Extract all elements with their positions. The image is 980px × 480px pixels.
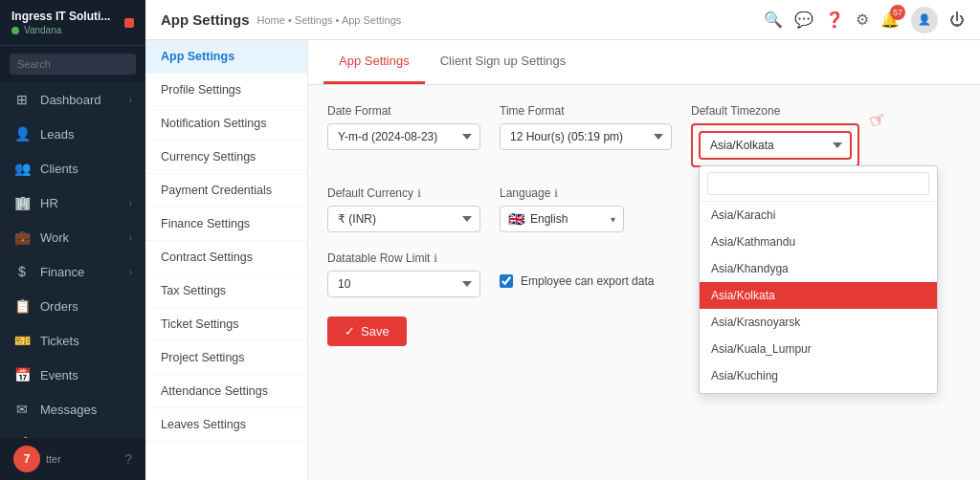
datatable-group: Datatable Row Limit ℹ 10 bbox=[327, 251, 480, 297]
settings-item-tax[interactable]: Tax Settings bbox=[145, 274, 307, 308]
notification-badge: 57 bbox=[890, 5, 905, 20]
datatable-label: Datatable Row Limit ℹ bbox=[327, 251, 480, 265]
currency-info-icon: ℹ bbox=[417, 187, 421, 200]
timezone-option-kolkata[interactable]: Asia/Kolkata bbox=[700, 282, 937, 309]
sidebar-item-dashboard[interactable]: ⊞ Dashboard › bbox=[0, 82, 145, 117]
sidebar-item-leads[interactable]: 👤 Leads bbox=[0, 117, 145, 151]
settings-item-leaves[interactable]: Leaves Settings bbox=[145, 408, 307, 442]
currency-label: Default Currency ℹ bbox=[327, 186, 480, 200]
notification-button[interactable]: 🔔 57 bbox=[880, 11, 900, 29]
settings-item-currency[interactable]: Currency Settings bbox=[145, 141, 307, 174]
currency-group: Default Currency ℹ ₹ (INR) bbox=[327, 186, 480, 232]
sidebar-item-label: HR bbox=[40, 196, 58, 210]
sidebar-item-label: Work bbox=[40, 230, 69, 245]
timezone-search-input[interactable] bbox=[707, 172, 929, 195]
sidebar-item-notice-board[interactable]: 📌 Notice Board bbox=[0, 426, 145, 438]
chat-icon[interactable]: 💬 bbox=[794, 11, 813, 29]
sidebar-item-events[interactable]: 📅 Events bbox=[0, 358, 145, 392]
timezone-option-karachi[interactable]: Asia/Karachi bbox=[700, 202, 937, 229]
time-format-group: Time Format 12 Hour(s) (05:19 pm) bbox=[500, 104, 672, 150]
settings-item-ticket[interactable]: Ticket Settings bbox=[145, 308, 307, 341]
timezone-select[interactable]: Asia/Kolkata bbox=[699, 131, 852, 160]
save-label: Save bbox=[361, 324, 390, 338]
search-icon[interactable]: 🔍 bbox=[764, 11, 783, 29]
panel-tabs: App Settings Client Sign up Settings bbox=[308, 40, 980, 85]
timezone-option-kuala-lumpur[interactable]: Asia/Kuala_Lumpur bbox=[700, 336, 937, 362]
export-checkbox[interactable] bbox=[500, 274, 513, 288]
topbar-right: 🔍 💬 ❓ ⚙ 🔔 57 👤 ⏻ bbox=[764, 7, 965, 33]
timezone-dropdown-wrap: Asia/Kolkata Asia/Karachi Asia/ bbox=[699, 131, 852, 160]
clients-icon: 👥 bbox=[13, 161, 31, 176]
sidebar-item-finance[interactable]: $ Finance › bbox=[0, 254, 145, 289]
power-icon[interactable]: ⏻ bbox=[949, 11, 965, 29]
flag-icon: 🇬🇧 bbox=[508, 211, 524, 227]
company-name: Ingress IT Soluti... bbox=[11, 10, 110, 23]
leads-icon: 👤 bbox=[13, 126, 31, 142]
settings-icon[interactable]: ⚙ bbox=[856, 11, 869, 29]
timezone-option-krasnoyarsk[interactable]: Asia/Krasnoyarsk bbox=[700, 309, 937, 336]
sidebar: Ingress IT Soluti... Vandana ⊞ Dashboard… bbox=[0, 0, 145, 480]
settings-item-contract[interactable]: Contract Settings bbox=[145, 241, 307, 274]
main-area: App Settings Home • Settings • App Setti… bbox=[145, 0, 980, 480]
help-icon[interactable]: ? bbox=[124, 451, 132, 467]
sidebar-item-label: Finance bbox=[40, 265, 84, 279]
page-title: App Settings bbox=[161, 11, 250, 28]
timezone-option-kuwait[interactable]: Asia/Kuwait bbox=[700, 389, 937, 393]
search-input[interactable] bbox=[10, 54, 136, 75]
sidebar-nav: ⊞ Dashboard › 👤 Leads 👥 Clients 🏢 HR › bbox=[0, 82, 145, 438]
sidebar-item-messages[interactable]: ✉ Messages bbox=[0, 392, 145, 426]
settings-item-notification[interactable]: Notification Settings bbox=[145, 107, 307, 141]
settings-item-project[interactable]: Project Settings bbox=[145, 341, 307, 375]
sidebar-item-tickets[interactable]: 🎫 Tickets bbox=[0, 323, 145, 358]
sidebar-item-label: Leads bbox=[40, 127, 74, 142]
main-panel: App Settings Client Sign up Settings Dat… bbox=[308, 40, 980, 480]
timezone-search bbox=[700, 166, 937, 202]
tab-app-settings[interactable]: App Settings bbox=[323, 40, 425, 84]
events-icon: 📅 bbox=[13, 367, 31, 382]
timezone-option-kuching[interactable]: Asia/Kuching bbox=[700, 362, 937, 389]
topbar: App Settings Home • Settings • App Setti… bbox=[145, 0, 980, 40]
timezone-dropdown: Asia/Karachi Asia/Kathmandu Asia/Khandyg… bbox=[699, 165, 938, 394]
sidebar-item-label: Dashboard bbox=[40, 93, 101, 107]
chevron-icon: › bbox=[129, 95, 132, 105]
time-format-select[interactable]: 12 Hour(s) (05:19 pm) bbox=[500, 123, 672, 150]
timezone-highlight: Asia/Kolkata Asia/Karachi Asia/ bbox=[691, 123, 859, 167]
export-label: Employee can export data bbox=[521, 274, 654, 288]
settings-item-payment[interactable]: Payment Credentials bbox=[145, 174, 307, 207]
messages-icon: ✉ bbox=[13, 402, 31, 417]
chevron-icon: › bbox=[129, 232, 132, 243]
content-area: App Settings Profile Settings Notificati… bbox=[145, 40, 980, 480]
avatar[interactable]: 👤 bbox=[911, 7, 938, 33]
timezone-label: Default Timezone bbox=[691, 104, 859, 118]
settings-item-attendance[interactable]: Attendance Settings bbox=[145, 375, 307, 408]
dashboard-icon: ⊞ bbox=[13, 92, 31, 107]
date-format-select[interactable]: Y-m-d (2024-08-23) bbox=[327, 123, 480, 150]
chevron-icon: › bbox=[129, 267, 132, 277]
hr-icon: 🏢 bbox=[13, 195, 31, 210]
date-format-label: Date Format bbox=[327, 104, 480, 118]
save-button[interactable]: ✓ Save bbox=[327, 316, 407, 346]
help-icon[interactable]: ❓ bbox=[825, 11, 844, 29]
sidebar-item-orders[interactable]: 📋 Orders bbox=[0, 289, 145, 323]
timezone-option-kathmandu[interactable]: Asia/Kathmandu bbox=[700, 229, 937, 255]
orders-icon: 📋 bbox=[13, 298, 31, 314]
sidebar-item-label: Clients bbox=[40, 162, 78, 176]
sidebar-item-label: Events bbox=[40, 368, 78, 382]
sidebar-item-label: Orders bbox=[40, 299, 78, 314]
datatable-info-icon: ℹ bbox=[434, 252, 437, 265]
settings-item-profile[interactable]: Profile Settings bbox=[145, 74, 307, 107]
language-select[interactable]: 🇬🇧 English ▾ bbox=[500, 206, 624, 232]
tab-client-signup[interactable]: Client Sign up Settings bbox=[425, 40, 582, 84]
settings-item-finance[interactable]: Finance Settings bbox=[145, 207, 307, 241]
sidebar-item-clients[interactable]: 👥 Clients bbox=[0, 151, 145, 185]
topbar-left: App Settings Home • Settings • App Setti… bbox=[161, 11, 401, 28]
sidebar-item-work[interactable]: 💼 Work › bbox=[0, 220, 145, 254]
settings-item-app[interactable]: App Settings bbox=[145, 40, 307, 74]
timezone-option-khandyga[interactable]: Asia/Khandyga bbox=[700, 255, 937, 282]
language-info-icon: ℹ bbox=[554, 187, 558, 200]
datatable-select[interactable]: 10 bbox=[327, 271, 480, 297]
language-group: Language ℹ 🇬🇧 English ▾ bbox=[500, 186, 624, 232]
sidebar-item-hr[interactable]: 🏢 HR › bbox=[0, 185, 145, 220]
bottom-label: tter bbox=[46, 453, 61, 465]
currency-select[interactable]: ₹ (INR) bbox=[327, 206, 480, 232]
